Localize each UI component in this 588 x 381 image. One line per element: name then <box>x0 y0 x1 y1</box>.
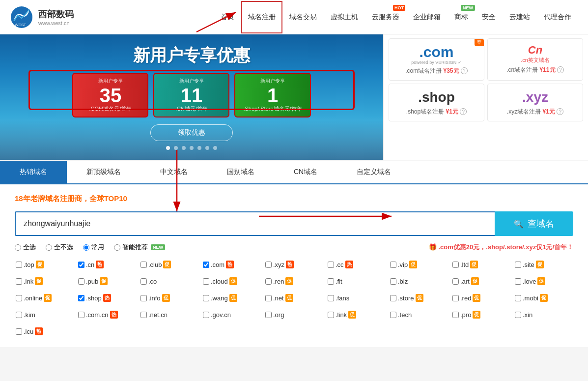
dot-1[interactable] <box>166 146 170 150</box>
coupon1-price: 35 <box>81 86 140 105</box>
domain-name-label: .kim <box>24 311 35 319</box>
domain-name-label: .org <box>273 311 284 319</box>
radio-deselect-all[interactable]: 全不选 <box>46 243 73 252</box>
domain-check-item: .biz <box>389 275 448 287</box>
search-btn[interactable]: 🔍 查域名 <box>495 211 573 236</box>
nav-item-security[interactable]: 安全 <box>475 1 503 33</box>
checkbox-.link[interactable] <box>328 312 334 318</box>
coupon3-desc: .Shop/.Store域名元/首年 <box>243 105 302 113</box>
checkbox-.org[interactable] <box>265 312 272 318</box>
coupon-com[interactable]: 新用户专享 35 .COM域名元/首年 <box>72 73 148 117</box>
dot-7[interactable] <box>213 146 217 150</box>
domain-card-com[interactable]: 荐 .com powered by VERISIGN ✓ .com域名注册 ¥3… <box>389 38 484 81</box>
domain-card-xyz[interactable]: .xyz .xyz域名注册 ¥1元 ? <box>487 84 583 121</box>
nav-item-hosting[interactable]: 虚拟主机 <box>324 1 365 33</box>
radio-smart[interactable]: 智能推荐 NEW <box>114 243 165 252</box>
domain-tag: 促 <box>473 311 480 319</box>
checkbox-.kim[interactable] <box>16 312 22 318</box>
domain-name-label: .co <box>148 278 157 285</box>
domain-name-label: .store <box>398 294 414 302</box>
checkbox-.club[interactable] <box>140 262 147 268</box>
checkbox-.cloud[interactable] <box>203 278 209 285</box>
dot-6[interactable] <box>205 146 209 150</box>
nav-item-trademark[interactable]: 商标 NEW <box>448 1 475 33</box>
dot-4[interactable] <box>190 146 194 150</box>
tab-chinese-domain[interactable]: 中文域名 <box>140 161 207 183</box>
checkbox-.info[interactable] <box>140 295 147 301</box>
domain-tag: 促 <box>540 294 548 302</box>
checkbox-.pro[interactable] <box>452 312 459 318</box>
logo[interactable]: WEST 西部数码 www.west.cn <box>10 5 88 29</box>
tab-hot-domain[interactable]: 热销域名 <box>0 161 67 183</box>
domain-name-label: .fans <box>336 294 349 302</box>
checkbox-.store[interactable] <box>390 295 396 301</box>
nav-item-site-builder[interactable]: 云建站 <box>503 1 537 33</box>
nav-item-home[interactable]: 首页 <box>214 1 241 33</box>
nav-item-email[interactable]: 企业邮箱 <box>406 1 448 33</box>
domain-check-item: .net 促 <box>264 292 324 304</box>
domain-tag: 促 <box>536 261 544 268</box>
checkbox-.net[interactable] <box>265 295 272 301</box>
get-coupon-btn[interactable]: 领取优惠 <box>150 124 233 141</box>
checkbox-.shop[interactable] <box>78 295 84 301</box>
dot-2[interactable] <box>174 146 178 150</box>
checkbox-.wang[interactable] <box>203 295 209 301</box>
checkbox-.online[interactable] <box>16 295 22 301</box>
dot-3[interactable] <box>182 146 186 150</box>
tab-cn-domain[interactable]: CN域名 <box>274 161 337 183</box>
checkbox-.love[interactable] <box>515 278 521 285</box>
checkbox-.net.cn[interactable] <box>140 312 147 318</box>
checkbox-.art[interactable] <box>452 278 459 285</box>
domain-check-item: .ltd 促 <box>451 259 511 270</box>
checkbox-.com[interactable] <box>203 262 209 268</box>
radio-select-all[interactable]: 全选 <box>15 243 36 252</box>
checkbox-.xyz[interactable] <box>265 262 272 268</box>
checkbox-.xin[interactable] <box>515 312 521 318</box>
domain-check-item: .cc 热 <box>327 259 386 270</box>
domain-check-item: .shop 热 <box>77 292 137 304</box>
radio-common[interactable]: 常用 <box>83 243 104 252</box>
coupon2-desc: .CN域元/首年 <box>162 105 221 113</box>
domain-panel: 荐 .com powered by VERISIGN ✓ .com域名注册 ¥3… <box>383 34 588 160</box>
domain-check-item: .wang 促 <box>202 292 261 304</box>
coupon-shop[interactable]: 新用户专享 1 .Shop/.Store域名元/首年 <box>234 73 310 117</box>
domain-tag: 热 <box>226 261 234 268</box>
checkbox-.site[interactable] <box>515 262 521 268</box>
tab-custom-domain[interactable]: 自定义域名 <box>337 161 411 183</box>
checkbox-.pub[interactable] <box>78 278 84 285</box>
dot-5[interactable] <box>197 146 201 150</box>
checkbox-.top[interactable] <box>16 262 22 268</box>
nav-item-domain-trade[interactable]: 域名交易 <box>282 1 324 33</box>
domain-tag: 促 <box>285 294 293 302</box>
checkbox-.ltd[interactable] <box>452 262 459 268</box>
checkbox-.co[interactable] <box>140 278 147 285</box>
checkbox-.fans[interactable] <box>328 295 334 301</box>
checkbox-.com.cn[interactable] <box>78 312 84 318</box>
nav-item-agent[interactable]: 代理合作 <box>537 1 578 33</box>
checkbox-.fit[interactable] <box>328 278 334 285</box>
tab-country-domain[interactable]: 国别域名 <box>207 161 274 183</box>
domain-check-item: .top 促 <box>15 259 74 270</box>
nav-item-domain-reg[interactable]: 域名注册 <box>241 1 282 33</box>
checkbox-.cc[interactable] <box>328 262 334 268</box>
tab-new-tld[interactable]: 新顶级域名 <box>67 161 140 183</box>
checkbox-.ink[interactable] <box>16 278 22 285</box>
domain-card-shop[interactable]: .shop .shop域名注册 ¥1元 ? <box>389 84 484 121</box>
domain-card-cn[interactable]: Cn .cn英文域名 .cn域名注册 ¥11元 ? <box>487 38 583 81</box>
domain-check-item: .pub 促 <box>77 275 137 287</box>
nav-item-cloud[interactable]: 云服务器 HOT <box>365 1 406 33</box>
checkbox-.biz[interactable] <box>390 278 396 285</box>
checkbox-.mobi[interactable] <box>515 295 521 301</box>
checkbox-.cn[interactable] <box>78 262 84 268</box>
checkbox-.tech[interactable] <box>390 312 396 318</box>
checkbox-.ren[interactable] <box>265 278 272 285</box>
checkbox-.red[interactable] <box>452 295 459 301</box>
checkbox-.icu[interactable] <box>16 328 22 335</box>
domain-tag: 热 <box>110 311 118 319</box>
coupon-cn[interactable]: 新用户专享 11 .CN域元/首年 <box>153 73 229 117</box>
header: WEST 西部数码 www.west.cn 首页 域名注册 域名交易 虚拟主机 … <box>0 0 588 34</box>
checkbox-.vip[interactable] <box>390 262 396 268</box>
domain-check-item: .xyz 热 <box>264 259 324 270</box>
checkbox-.gov.cn[interactable] <box>203 312 209 318</box>
search-input[interactable] <box>15 211 495 236</box>
